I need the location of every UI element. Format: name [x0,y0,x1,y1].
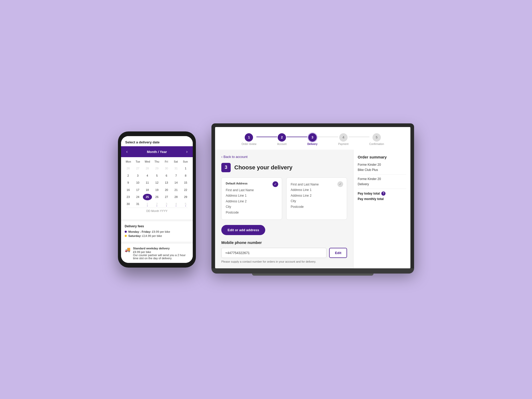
order-item-kinder20: Forme Kinder 20 [358,163,406,167]
cal-day[interactable]: 15 [181,179,190,186]
step-3-badge: 3 [221,163,231,172]
cal-day-today[interactable]: 25 [143,194,152,200]
phone-hint-text: Please supply a contact number for order… [221,260,347,263]
step-2-label: Account [277,143,287,145]
cal-day[interactable]: 3 [133,172,142,179]
day-name-fri: Fri [162,159,171,164]
cal-day[interactable]: 21 [171,187,181,193]
cal-day[interactable]: 24 [133,194,142,200]
second-address-card[interactable]: First and Last Name Address Line 1 Addre… [286,177,347,220]
address-cards: Default Address First and Last Name Addr… [221,177,347,220]
cal-day[interactable]: 3 [162,201,171,207]
pay-today-total-row: Pay today total ? [358,191,406,196]
cal-day[interactable]: 6 [162,172,171,179]
second-address-line2: Address Line 2 [291,194,311,197]
default-address-line1: Address Line 1 [226,194,247,197]
cal-day[interactable]: 9 [124,179,133,186]
second-address-postcode: Postcode [291,205,304,209]
order-summary-title: Order summary [358,155,406,159]
step-4-circle: 4 [339,133,348,142]
step-line-2-3 [287,137,307,137]
default-address-card[interactable]: Default Address First and Last Name Addr… [221,177,282,220]
cal-day[interactable]: 1 [143,201,152,207]
phone-number-input[interactable] [221,248,327,258]
cal-day[interactable]: 20 [162,187,171,193]
cal-day[interactable]: 27 [162,194,171,200]
calendar-nav: ‹ Month / Year › [121,146,193,157]
cal-day[interactable]: 8 [181,172,190,179]
cal-day[interactable]: 4 [143,172,152,179]
cal-day[interactable]: 31 [133,201,142,207]
cal-day[interactable]: 28 [171,194,181,200]
delivery-info-section: 🚚 Standard weekday delivery £9.99 per bi… [121,244,193,263]
order-item-kinder20-2: Forme Kinder 20 [358,177,406,181]
choose-delivery-title: Choose your delivery [234,164,292,171]
day-name-sat: Sat [171,159,181,164]
second-address-city: City [291,199,296,203]
cal-day[interactable]: 29 [181,194,190,200]
cal-day[interactable]: 13 [162,179,171,186]
cal-day[interactable]: 2 [152,201,162,207]
phone-edit-button[interactable]: Edit [329,248,347,258]
chevron-left-icon: ‹ [221,155,222,159]
calendar-next-button[interactable]: › [185,149,189,155]
default-address-city: City [226,205,231,209]
fee-item-weekday: Monday - Friday: £9.99 per bike [125,230,189,233]
step-2-circle: 2 [278,133,286,142]
edit-add-address-button[interactable]: Edit or add address [221,225,265,235]
cal-day[interactable]: 16 [124,187,133,193]
delivery-truck-icon: 🚚 [125,247,130,260]
cal-day[interactable]: 26 [152,194,162,200]
step-1-label: Order review [242,143,256,145]
cal-day[interactable]: 27 [133,165,142,172]
cal-day[interactable]: 5 [181,201,190,207]
cal-day[interactable]: 31 [171,165,181,172]
order-item-delivery: Delivery [358,182,406,186]
cal-day[interactable]: 29 [152,165,162,172]
step-4-payment: 4 Payment [338,133,348,145]
laptop-wrapper: 1 Order review 2 Account 3 [211,123,414,276]
second-address-text: First and Last Name Address Line 1 Addre… [291,182,343,210]
cal-day[interactable]: 18 [143,187,152,193]
cal-day[interactable]: 12 [152,179,162,186]
pay-today-help-icon[interactable]: ? [381,191,385,196]
cal-day[interactable]: 19 [152,187,162,193]
day-name-tue: Tue [133,159,143,164]
step-5-circle: 5 [373,133,381,142]
laptop-device: 1 Order review 2 Account 3 [211,123,414,269]
pay-monthly-total-row: Pay monthly total [358,197,406,201]
cal-day[interactable]: 5 [152,172,162,179]
calendar-prev-button[interactable]: ‹ [125,149,129,155]
calendar-container: ‹ Month / Year › Mon Tue Wed Thu Fri Sat… [121,146,193,219]
cal-day[interactable]: 11 [143,179,152,186]
step-line-4-5 [349,137,369,137]
cal-day[interactable]: 28 [143,165,152,172]
cal-day[interactable]: 17 [133,187,142,193]
cal-day[interactable]: 22 [181,187,190,193]
calendar-date-display: DD Month YYYY [126,208,188,214]
step-3-circle: 3 [308,133,317,142]
laptop-screen: 1 Order review 2 Account 3 [215,127,410,269]
cal-day[interactable]: 23 [124,194,133,200]
back-to-account-link[interactable]: ‹ Back to account [221,155,347,159]
cal-day[interactable]: 10 [133,179,142,186]
delivery-fees-title: Delivery fees [125,224,189,228]
cal-day[interactable]: 4 [171,201,181,207]
fee-weekday-label: Monday - Friday: £9.99 per bike [128,230,170,233]
checkout-stepper: 1 Order review 2 Account 3 [215,127,410,150]
day-name-wed: Wed [143,159,152,164]
cal-day[interactable]: 7 [171,172,181,179]
cal-day[interactable]: 14 [171,179,181,186]
day-name-mon: Mon [124,159,133,164]
cal-day[interactable]: 30 [162,165,171,172]
cal-day[interactable]: 2 [124,172,133,179]
cal-day[interactable]: 1 [181,165,190,172]
second-address-line1: Address Line 1 [291,188,311,192]
pay-today-label: Pay today total [358,192,380,195]
cal-day[interactable]: 26 [124,165,133,172]
step-1-order-review: 1 Order review [242,133,256,145]
calendar-days-header: Mon Tue Wed Thu Fri Sat Sun [124,159,190,164]
step-3-delivery: 3 Delivery [307,133,317,145]
step-line-1-2 [256,137,277,137]
cal-day[interactable]: 30 [124,201,133,207]
